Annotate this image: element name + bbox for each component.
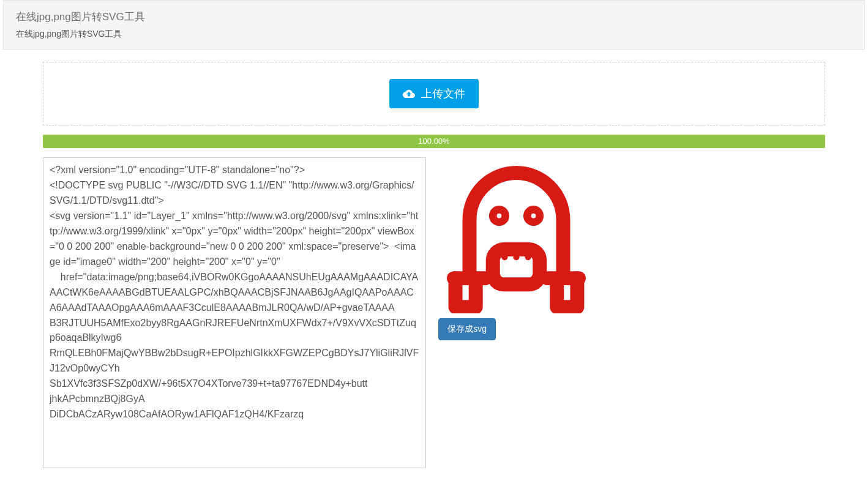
save-button-label: 保存成svg (447, 324, 487, 334)
svg-point-3 (493, 209, 505, 222)
page-title: 在线jpg,png图片转SVG工具 (16, 10, 852, 24)
upload-button[interactable]: 上传文件 (389, 79, 479, 108)
progress-text: 100.00% (418, 136, 449, 146)
cloud-upload-icon (403, 89, 415, 99)
header-panel: 在线jpg,png图片转SVG工具 在线jpg,png图片转SVG工具 (3, 0, 865, 50)
preview-column: 保存成svg (438, 157, 825, 470)
page-subtitle: 在线jpg,png图片转SVG工具 (16, 29, 852, 40)
textarea-column (43, 157, 426, 470)
main-container: 上传文件 100.00% (0, 62, 868, 470)
save-svg-button[interactable]: 保存成svg (438, 318, 496, 340)
upload-button-label: 上传文件 (421, 86, 465, 101)
upload-dropzone[interactable]: 上传文件 (43, 62, 825, 125)
svg-output-textarea[interactable] (43, 157, 426, 468)
progress-bar: 100.00% (43, 135, 825, 148)
content-row: 保存成svg (43, 157, 825, 470)
svg-point-4 (528, 209, 540, 222)
svg-preview-image (438, 157, 594, 313)
